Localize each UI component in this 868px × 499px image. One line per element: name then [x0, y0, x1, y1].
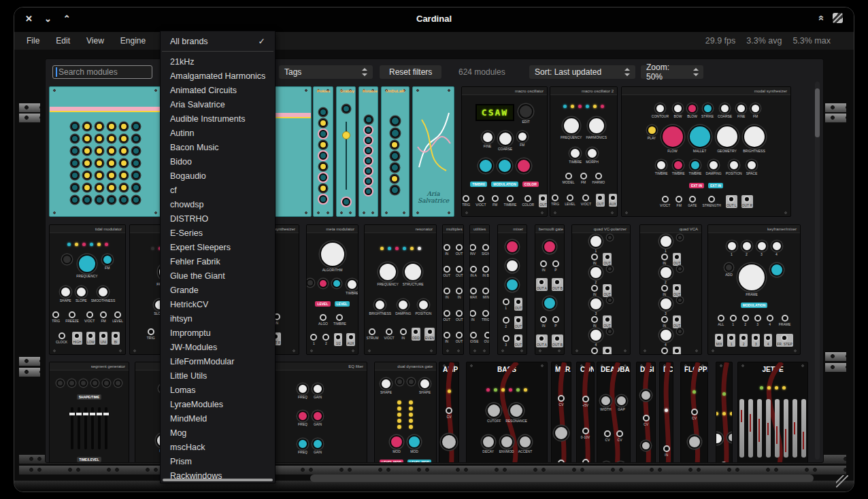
module-card-digi[interactable]: DIGICVANALOG	[636, 362, 656, 463]
module-card-quad-vc-polarizer[interactable]: quad VC-polarizer1INOUT2INOUT3INOUT4INOU…	[571, 224, 631, 355]
keyboard-tray-icon[interactable]	[833, 13, 843, 23]
knob-group: FINE	[736, 103, 746, 118]
brand-menu-item-label: chowdsp	[170, 200, 203, 209]
brand-menu-item[interactable]: Grande	[161, 283, 275, 297]
brand-menu-item[interactable]: mscHack	[161, 440, 275, 454]
brand-menu-item[interactable]: chowdsp	[161, 197, 275, 211]
brand-menu-item[interactable]: Aria Salvatrice	[161, 97, 275, 111]
brand-menu-item[interactable]: JW-Modules	[161, 340, 275, 354]
module-card-flopper[interactable]: FLOPPERCVININ	[680, 362, 708, 463]
part-jacks: INOUT	[661, 253, 682, 266]
brand-menu-item[interactable]: Bacon Music	[161, 140, 275, 154]
collapse-icon[interactable]: «	[816, 15, 827, 20]
brand-menu-item-selected[interactable]: All brands ✓	[161, 34, 275, 48]
module-card[interactable]: AriaSalvatrice	[412, 86, 454, 217]
module-body: CONTOURBOWBLOWSTRIKECOARSEFINEFMPLAYFLOW…	[622, 95, 790, 216]
jack-label: IN	[542, 324, 546, 328]
module-card-amp[interactable]: AMPCVIN	[439, 362, 459, 463]
brand-menu-item[interactable]: Bogaudio	[161, 169, 275, 183]
module-card-utilities[interactable]: utilitiesINVSIGNIN AIN BMAXMININTRIGNOIS…	[469, 224, 490, 355]
brand-menu-item[interactable]: Animated Circuits	[161, 83, 275, 97]
module-card-dc[interactable]: DCIN	[659, 362, 673, 463]
zoom-select[interactable]: Zoom: 50%	[641, 65, 703, 79]
menu-horizontal-scrollbar[interactable]	[163, 479, 273, 481]
knob-label: GAIN	[314, 422, 322, 426]
maximize-icon[interactable]: ⌃	[63, 14, 71, 24]
jack	[610, 194, 616, 201]
menubar-item-file[interactable]: File	[27, 36, 39, 46]
module-card-mixer[interactable]: mixer1OUT2OUT3OUT	[497, 224, 527, 355]
brand-menu-item[interactable]: ihtsyn	[161, 311, 275, 326]
jack-group: OUT	[455, 265, 464, 278]
jack-label: IN	[663, 261, 666, 265]
module-card-meta-modulator[interactable]: meta modulatorALGORITHMTIMBRELEVELLEVELA…	[306, 224, 358, 355]
brand-menu-item[interactable]: E-Series	[161, 226, 275, 240]
brand-menu-item[interactable]: Expert Sleepers	[161, 240, 275, 254]
brand-menu-item[interactable]: LifeFormModular	[161, 354, 275, 368]
brand-menu-item[interactable]: cf	[161, 183, 275, 197]
brand-menu-item[interactable]: Bidoo	[161, 154, 275, 169]
module-card-rotatoes[interactable]: Rotatoes	[358, 86, 378, 217]
module-card-macro-oscillator[interactable]: macro oscillatorCSAWEDITFINECOARSEFMTIMB…	[461, 86, 548, 217]
jack	[643, 415, 650, 421]
module-card-mera[interactable]: MERACVPRE	[551, 362, 571, 463]
menubar-item-view[interactable]: View	[86, 36, 104, 46]
module-card-bernoulli-gate[interactable]: bernoulli gateINPOUT AOUT BINPOUT AOUT B	[535, 224, 565, 355]
module-card-resonator[interactable]: resonatorFREQUENCYSTRUCTUREBRIGHTNESSDAM…	[364, 224, 437, 355]
knob-group	[132, 184, 140, 192]
jack	[538, 279, 545, 286]
resize-grip[interactable]	[836, 475, 848, 487]
module-card-pokies[interactable]: Pokies	[313, 86, 333, 217]
rack-horizontal-scrollbar[interactable]	[310, 475, 814, 482]
module-card-jette[interactable]: JETTEINPUT	[737, 362, 808, 463]
brand-menu-item[interactable]: Audible Instruments	[161, 111, 275, 126]
module-card-keyframer-mixer[interactable]: keyframer/mixer1234ADDFRAMEMODULATIONALL…	[707, 224, 801, 355]
module-card-macro-oscillator-2[interactable]: macro oscillator 2FREQUENCYHARMONICSTIMB…	[550, 86, 618, 217]
brand-menu-item[interactable]: MindMeld	[161, 411, 275, 426]
module-card-segment-generator[interactable]: segment generatorSHAPE/TIMETIME/LEVELGAT…	[49, 362, 129, 463]
brand-menu-item[interactable]: Lomas	[161, 383, 275, 397]
part-jacks: 0-10V	[580, 427, 590, 440]
brand-menu-item[interactable]: HetrickCV	[161, 297, 275, 311]
brand-menu-item[interactable]: Prism	[161, 454, 275, 468]
menubar-item-engine[interactable]: Engine	[120, 36, 146, 46]
module-card-deadband[interactable]: DEADBANDWIDTHGAPCVCV	[597, 362, 631, 463]
module-card-undular[interactable]: UnDuLaR	[381, 86, 410, 217]
search-input[interactable]	[52, 65, 152, 79]
scrollbar-thumb[interactable]	[815, 88, 820, 137]
brand-menu-item[interactable]: Impromptu	[161, 326, 275, 340]
module-card-conv[interactable]: CONV+5V0-10V0-10V	[576, 362, 595, 463]
module-card-bass[interactable]: BASSCUTOFFRESONANCEDECAYENVMODACCENTGATE…	[466, 362, 548, 463]
module-card[interactable]	[49, 86, 161, 217]
module-card-dual-dynamics-gate[interactable]: dual dynamics gateSHAPESHAPEMODMODLEVEL …	[374, 362, 437, 463]
jack-group: CV	[603, 430, 612, 443]
jack	[73, 332, 80, 339]
close-icon[interactable]: ✕	[25, 14, 33, 24]
brand-menu-item[interactable]: Little Utils	[161, 368, 275, 383]
tags-select[interactable]: Tags	[279, 65, 373, 79]
brand-menu-item[interactable]: Mog	[161, 426, 275, 440]
module-title: resonator	[365, 225, 436, 233]
menubar-item-edit[interactable]: Edit	[56, 36, 70, 46]
module-card[interactable]: SPECT	[716, 362, 733, 463]
module-title: AMP	[439, 362, 458, 375]
module-card-multiples[interactable]: multiplesINOUTOUTOUTININOUTOUTINOUT	[442, 224, 464, 355]
module-card-grabby[interactable]: Grabby	[336, 86, 356, 217]
reset-filters-button[interactable]: Reset filters	[380, 65, 441, 79]
knob-group: SLOPE	[76, 286, 87, 303]
brand-menu-item[interactable]: Fehler Fabrik	[161, 254, 275, 269]
module-card-quad-vca[interactable]: quad VCA1INOUT2INOUT3INOUT4INOUT	[639, 224, 702, 355]
restore-icon[interactable]: ⌄	[44, 14, 52, 24]
module-card-modal-synthesizer[interactable]: modal synthesizerCONTOURBOWBLOWSTRIKECOA…	[621, 86, 791, 217]
brand-menu-item[interactable]: Glue the Giant	[161, 269, 275, 283]
brand-menu-item[interactable]: Autinn	[161, 126, 275, 140]
module-card-tidal-modulator[interactable]: tidal modulatorFREQUENCYFMSHAPESLOPESMOO…	[49, 224, 126, 355]
sort-select[interactable]: Sort: Last updated	[529, 65, 635, 79]
brand-menu-item[interactable]: DISTRHO	[161, 211, 275, 226]
brand-menu-item[interactable]: LyraeModules	[161, 397, 275, 411]
browser-vertical-scrollbar[interactable]	[815, 82, 820, 460]
brand-menu-item[interactable]: 21kHz	[161, 54, 275, 69]
knob-group: TIMBRE	[346, 279, 358, 295]
brand-menu-item[interactable]: Amalgamated Harmonics	[161, 69, 275, 83]
jack-group: CV	[642, 414, 650, 427]
